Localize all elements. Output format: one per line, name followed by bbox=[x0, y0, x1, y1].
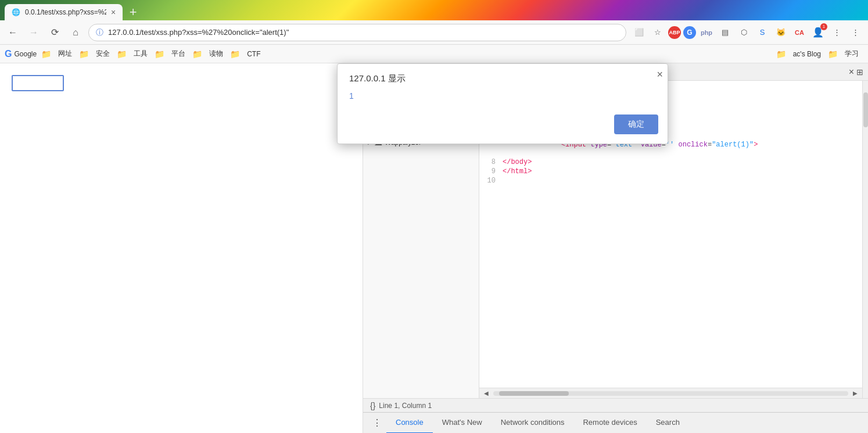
code-line-10: 10 bbox=[479, 176, 862, 185]
forward-button[interactable]: → bbox=[26, 24, 42, 41]
home-button[interactable]: ⌂ bbox=[67, 24, 84, 41]
bookmark-folder-icon-1: 📁 bbox=[41, 49, 51, 59]
bottom-tab-menu-button[interactable]: ⋮ bbox=[368, 417, 386, 428]
bottom-tab-console[interactable]: Console bbox=[386, 413, 433, 434]
status-braces-icon: {} bbox=[370, 401, 375, 410]
bookmark-study[interactable]: 学习 bbox=[840, 48, 863, 60]
bookmark-folder-icon-5: 📁 bbox=[192, 49, 202, 59]
ext-bear-icon[interactable]: 🐱 bbox=[773, 24, 789, 41]
webpage-content bbox=[0, 63, 363, 433]
alert-close-button[interactable]: × bbox=[657, 69, 663, 81]
address-bar-container[interactable]: ⓘ 127.0.0.1/test/xss.php?xss=%27%20oncli… bbox=[88, 24, 626, 41]
url-display: 127.0.0.1/test/xss.php?xss=%27%20onclick… bbox=[108, 28, 289, 37]
vertical-scrollbar[interactable] bbox=[862, 81, 868, 398]
bookmark-tools[interactable]: 工具 bbox=[129, 48, 152, 60]
devtools-status-bar: {} Line 1, Column 1 bbox=[363, 398, 868, 412]
horizontal-scrollbar: ◀ ▶ bbox=[479, 388, 862, 398]
ext-reader-icon[interactable]: ▤ bbox=[717, 24, 733, 41]
devtools-expand-button[interactable]: ⊞ bbox=[856, 67, 863, 77]
bookmark-button[interactable]: ☆ bbox=[650, 24, 666, 41]
new-tab-button[interactable]: + bbox=[125, 4, 141, 20]
bottom-tab-remote-devices[interactable]: Remote devices bbox=[573, 413, 646, 434]
navigation-bar: ← → ⟳ ⌂ ⓘ 127.0.0.1/test/xss.php?xss=%27… bbox=[0, 20, 868, 45]
status-position: Line 1, Column 1 bbox=[379, 402, 432, 410]
browser-tab[interactable]: 🌐 0.0.1/test/xss.php?xss=%2 × bbox=[5, 4, 123, 20]
ext-more-icon[interactable]: ⋮ bbox=[828, 24, 845, 41]
alert-value: 1 bbox=[338, 89, 668, 110]
scroll-track[interactable] bbox=[493, 391, 848, 396]
bottom-tab-network-conditions[interactable]: Network conditions bbox=[492, 413, 574, 434]
abp-icon[interactable]: ABP bbox=[668, 26, 681, 39]
xss-input-field[interactable] bbox=[12, 75, 64, 91]
tab-favicon: 🌐 bbox=[12, 8, 20, 16]
back-button[interactable]: ← bbox=[5, 24, 21, 41]
bookmark-ctf[interactable]: CTF bbox=[242, 49, 265, 59]
bottom-tab-search[interactable]: Search bbox=[647, 413, 689, 434]
bookmark-folder-icon-6: 📁 bbox=[230, 49, 240, 59]
bookmark-folder-icon-4: 📁 bbox=[155, 49, 164, 59]
browser-chrome: 🌐 0.0.1/test/xss.php?xss=%2 × + bbox=[0, 0, 868, 20]
bookmark-reading[interactable]: 读物 bbox=[205, 48, 228, 60]
bookmark-google[interactable]: Google bbox=[14, 50, 37, 58]
scroll-left-button[interactable]: ◀ bbox=[482, 389, 491, 398]
ext-php-icon[interactable]: php bbox=[698, 24, 715, 41]
bookmark-folder-icon-3: 📁 bbox=[117, 49, 127, 59]
bookmark-folder-icon-2: 📁 bbox=[79, 49, 89, 59]
ext-shield-icon[interactable]: S bbox=[754, 24, 770, 41]
alert-dialog: × 127.0.0.1 显示 1 确定 bbox=[337, 63, 668, 144]
alert-ok-button[interactable]: 确定 bbox=[614, 114, 658, 134]
scroll-right-button[interactable]: ▶ bbox=[851, 389, 860, 398]
bookmark-security[interactable]: 安全 bbox=[91, 48, 114, 60]
main-content-area: × 127.0.0.1 显示 1 确定 Performance Memory A… bbox=[0, 63, 868, 433]
nav-right-icons: ⬜ ☆ ABP G php ▤ ⬡ S 🐱 CA 👤 1 ⋮ ⋮ bbox=[631, 24, 863, 41]
bookmark-platform[interactable]: 平台 bbox=[167, 48, 190, 60]
google-favicon[interactable]: G bbox=[5, 49, 12, 59]
ext-avatar-icon[interactable]: 👤 1 bbox=[810, 24, 826, 41]
ext-ca-icon[interactable]: CA bbox=[791, 24, 808, 41]
security-icon: ⓘ bbox=[96, 27, 103, 38]
bookmark-folder-icon-8: 📁 bbox=[828, 49, 838, 59]
bottom-tab-whats-new[interactable]: What's New bbox=[433, 413, 492, 434]
bookmark-websites[interactable]: 网址 bbox=[53, 48, 77, 60]
scrollbar-thumb bbox=[863, 92, 868, 127]
alert-title: 127.0.0.1 显示 bbox=[338, 64, 668, 89]
tab-bar: 🌐 0.0.1/test/xss.php?xss=%2 × + bbox=[5, 0, 141, 20]
menu-button[interactable]: ⋮ bbox=[847, 24, 863, 41]
scroll-thumb bbox=[499, 391, 569, 396]
reload-button[interactable]: ⟳ bbox=[46, 24, 63, 41]
ext-g-icon[interactable]: G bbox=[683, 26, 696, 39]
ext-puzzle-icon[interactable]: ⬡ bbox=[736, 24, 752, 41]
code-line-8: 8 </body> bbox=[479, 158, 862, 167]
devtools-close-button[interactable]: × bbox=[849, 67, 854, 77]
bookmarks-bar: G Google 📁 网址 📁 安全 📁 工具 📁 平台 📁 读物 📁 CTF … bbox=[0, 45, 868, 63]
tab-title: 0.0.1/test/xss.php?xss=%2 bbox=[25, 8, 106, 16]
cast-button[interactable]: ⬜ bbox=[631, 24, 647, 41]
alert-footer: 确定 bbox=[338, 110, 668, 144]
code-line-9: 9 </html> bbox=[479, 167, 862, 176]
tab-close-button[interactable]: × bbox=[111, 8, 116, 17]
devtools-bottom-tabs: ⋮ Console What's New Network conditions … bbox=[363, 412, 868, 433]
bookmark-blog[interactable]: ac's Blog bbox=[788, 49, 826, 59]
bookmark-folder-icon-7: 📁 bbox=[776, 49, 786, 59]
